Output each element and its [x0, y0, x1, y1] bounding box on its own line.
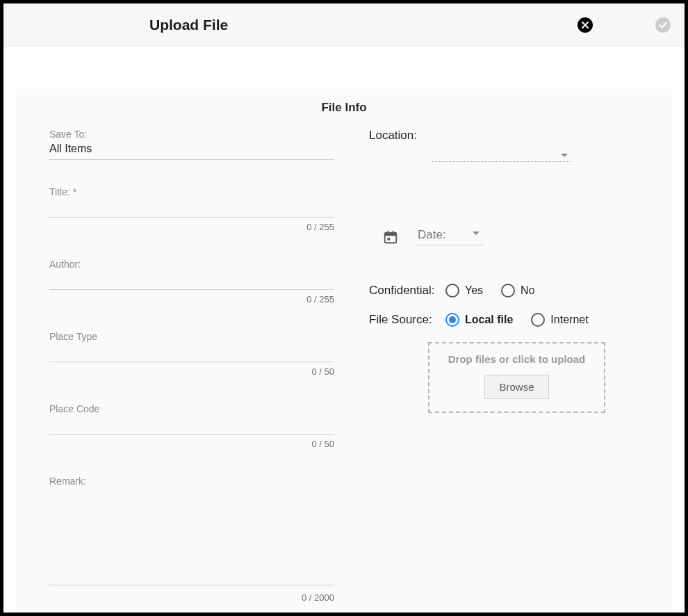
author-input[interactable] — [49, 271, 334, 290]
file-info-panel: File Info Save To: All Items Title: * 0 … — [16, 88, 672, 613]
svg-rect-1 — [385, 232, 397, 236]
date-select[interactable]: Date: — [416, 228, 484, 245]
place-code-field: Place Code 0 / 50 — [49, 403, 334, 449]
title-input[interactable] — [49, 199, 334, 218]
file-source-internet-radio[interactable]: Internet — [531, 313, 588, 327]
confidential-no-radio[interactable]: No — [501, 284, 534, 298]
confirm-button[interactable] — [655, 17, 671, 33]
close-icon — [581, 21, 589, 29]
dropzone-text: Drop files or click to upload — [436, 353, 597, 365]
close-button[interactable] — [578, 17, 593, 33]
file-source-row: File Source: Local file Internet — [369, 313, 639, 327]
chevron-down-icon — [561, 154, 568, 157]
title-label: Title: * — [49, 186, 334, 197]
save-to-field: Save To: All Items — [49, 129, 334, 160]
location-select[interactable] — [432, 147, 571, 162]
title-counter: 0 / 255 — [49, 222, 334, 232]
date-label: Date: — [418, 228, 446, 242]
place-code-counter: 0 / 50 — [49, 439, 334, 449]
title-field: Title: * 0 / 255 — [49, 186, 334, 232]
confidential-row: Confidential: Yes No — [369, 284, 639, 298]
date-field: Date: — [383, 228, 639, 245]
place-type-counter: 0 / 50 — [49, 366, 334, 377]
file-source-local-text: Local file — [465, 314, 513, 326]
browse-button[interactable]: Browse — [484, 375, 548, 399]
location-label: Location: — [369, 129, 639, 143]
save-to-value[interactable]: All Items — [49, 141, 334, 160]
remark-field: Remark: 0 / 2000 — [49, 476, 334, 603]
remark-counter: 0 / 2000 — [49, 592, 334, 603]
file-source-label: File Source: — [369, 313, 439, 327]
svg-rect-4 — [387, 237, 390, 240]
dialog-title: Upload File — [149, 17, 228, 33]
file-dropzone[interactable]: Drop files or click to upload Browse — [428, 342, 605, 413]
place-code-input[interactable] — [49, 416, 334, 435]
svg-rect-3 — [393, 230, 394, 234]
file-source-internet-text: Internet — [550, 314, 588, 326]
remark-label: Remark: — [49, 476, 334, 487]
confidential-label: Confidential: — [369, 284, 439, 298]
place-code-label: Place Code — [49, 403, 334, 414]
author-counter: 0 / 255 — [49, 294, 334, 305]
calendar-icon — [383, 229, 398, 245]
check-icon — [658, 20, 668, 30]
place-type-label: Place Type — [49, 331, 334, 342]
svg-rect-2 — [387, 230, 388, 234]
file-source-local-radio[interactable]: Local file — [445, 313, 513, 327]
chevron-down-icon — [473, 232, 480, 235]
confidential-yes-text: Yes — [465, 284, 483, 297]
dialog-header: Upload File — [3, 3, 685, 47]
save-to-label: Save To: — [49, 129, 334, 140]
author-label: Author: — [49, 259, 334, 270]
panel-title: File Info — [16, 101, 672, 115]
remark-textarea[interactable] — [49, 488, 334, 585]
author-field: Author: 0 / 255 — [49, 259, 334, 305]
place-type-input[interactable] — [49, 343, 334, 362]
location-field: Location: — [369, 129, 639, 162]
place-type-field: Place Type 0 / 50 — [49, 331, 334, 377]
confidential-no-text: No — [521, 284, 534, 297]
confidential-yes-radio[interactable]: Yes — [445, 284, 483, 298]
